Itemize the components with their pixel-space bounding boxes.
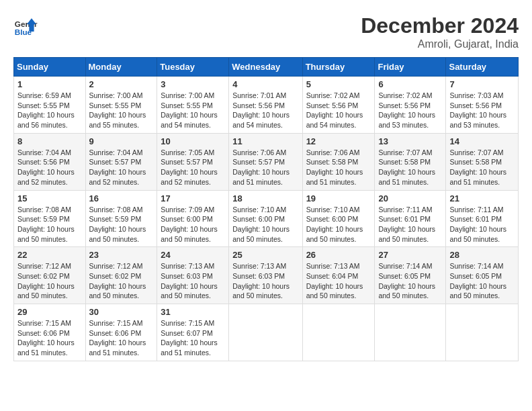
day-number: 18 [232, 193, 298, 203]
day-info: Sunrise: 6:59 AM Sunset: 5:55 PM Dayligh… [17, 91, 82, 130]
day-info: Sunrise: 7:15 AM Sunset: 6:07 PM Dayligh… [161, 318, 225, 358]
day-number: 24 [161, 250, 225, 260]
day-number: 5 [306, 79, 371, 89]
day-number: 23 [89, 250, 154, 260]
calendar-cell: 3Sunrise: 7:00 AM Sunset: 5:55 PM Daylig… [157, 77, 229, 134]
calendar-title: December 2024 [361, 13, 519, 38]
day-info: Sunrise: 7:12 AM Sunset: 6:02 PM Dayligh… [89, 261, 154, 301]
calendar-cell: 22Sunrise: 7:12 AM Sunset: 6:02 PM Dayli… [14, 247, 86, 304]
day-number: 9 [89, 136, 154, 146]
page-header: General Blue December 2024 Amroli, Gujar… [13, 13, 519, 50]
calendar-cell: 20Sunrise: 7:11 AM Sunset: 6:01 PM Dayli… [375, 190, 446, 247]
day-info: Sunrise: 7:09 AM Sunset: 6:00 PM Dayligh… [161, 205, 225, 244]
header-thursday: Thursday [302, 58, 375, 77]
header-wednesday: Wednesday [229, 58, 302, 77]
day-number: 16 [89, 193, 154, 203]
day-number: 31 [161, 307, 225, 317]
day-number: 19 [306, 193, 371, 203]
day-info: Sunrise: 7:14 AM Sunset: 6:05 PM Dayligh… [378, 261, 442, 301]
header-friday: Friday [375, 58, 446, 77]
header-monday: Monday [85, 58, 157, 77]
day-info: Sunrise: 7:14 AM Sunset: 6:05 PM Dayligh… [449, 261, 515, 301]
calendar-subtitle: Amroli, Gujarat, India [361, 38, 519, 50]
header-sunday: Sunday [14, 58, 86, 77]
day-info: Sunrise: 7:03 AM Sunset: 5:56 PM Dayligh… [449, 91, 515, 130]
day-info: Sunrise: 7:07 AM Sunset: 5:58 PM Dayligh… [449, 148, 515, 187]
calendar-week-row: 22Sunrise: 7:12 AM Sunset: 6:02 PM Dayli… [14, 247, 519, 304]
calendar-week-row: 15Sunrise: 7:08 AM Sunset: 5:59 PM Dayli… [14, 190, 519, 247]
calendar-week-row: 1Sunrise: 6:59 AM Sunset: 5:55 PM Daylig… [14, 77, 519, 134]
day-info: Sunrise: 7:13 AM Sunset: 6:03 PM Dayligh… [232, 261, 298, 301]
calendar-cell: 7Sunrise: 7:03 AM Sunset: 5:56 PM Daylig… [446, 77, 519, 134]
day-info: Sunrise: 7:11 AM Sunset: 6:01 PM Dayligh… [449, 205, 515, 244]
calendar-cell: 26Sunrise: 7:13 AM Sunset: 6:04 PM Dayli… [302, 247, 375, 304]
day-number: 3 [161, 79, 225, 89]
calendar-week-row: 8Sunrise: 7:04 AM Sunset: 5:56 PM Daylig… [14, 133, 519, 190]
day-number: 25 [232, 250, 298, 260]
day-info: Sunrise: 7:00 AM Sunset: 5:55 PM Dayligh… [161, 91, 225, 130]
day-info: Sunrise: 7:07 AM Sunset: 5:58 PM Dayligh… [378, 148, 442, 187]
calendar-cell-empty [302, 304, 375, 361]
calendar-cell: 17Sunrise: 7:09 AM Sunset: 6:00 PM Dayli… [157, 190, 229, 247]
day-number: 30 [89, 307, 154, 317]
calendar-table: Sunday Monday Tuesday Wednesday Thursday… [13, 57, 519, 361]
day-info: Sunrise: 7:05 AM Sunset: 5:57 PM Dayligh… [161, 148, 225, 187]
calendar-cell: 8Sunrise: 7:04 AM Sunset: 5:56 PM Daylig… [14, 133, 86, 190]
day-number: 26 [306, 250, 371, 260]
calendar-cell: 23Sunrise: 7:12 AM Sunset: 6:02 PM Dayli… [85, 247, 157, 304]
calendar-cell: 15Sunrise: 7:08 AM Sunset: 5:59 PM Dayli… [14, 190, 86, 247]
title-block: December 2024 Amroli, Gujarat, India [361, 13, 519, 50]
logo: General Blue [13, 13, 38, 38]
day-info: Sunrise: 7:15 AM Sunset: 6:06 PM Dayligh… [17, 318, 82, 358]
day-number: 17 [161, 193, 225, 203]
calendar-cell: 9Sunrise: 7:04 AM Sunset: 5:57 PM Daylig… [85, 133, 157, 190]
day-info: Sunrise: 7:04 AM Sunset: 5:57 PM Dayligh… [89, 148, 154, 187]
calendar-cell: 21Sunrise: 7:11 AM Sunset: 6:01 PM Dayli… [446, 190, 519, 247]
calendar-cell: 31Sunrise: 7:15 AM Sunset: 6:07 PM Dayli… [157, 304, 229, 361]
calendar-cell: 1Sunrise: 6:59 AM Sunset: 5:55 PM Daylig… [14, 77, 86, 134]
day-info: Sunrise: 7:12 AM Sunset: 6:02 PM Dayligh… [17, 261, 82, 301]
day-info: Sunrise: 7:13 AM Sunset: 6:04 PM Dayligh… [306, 261, 371, 301]
calendar-cell: 14Sunrise: 7:07 AM Sunset: 5:58 PM Dayli… [446, 133, 519, 190]
calendar-cell-empty [375, 304, 446, 361]
day-info: Sunrise: 7:04 AM Sunset: 5:56 PM Dayligh… [17, 148, 82, 187]
day-info: Sunrise: 7:06 AM Sunset: 5:58 PM Dayligh… [306, 148, 371, 187]
day-number: 22 [17, 250, 82, 260]
calendar-body: 1Sunrise: 6:59 AM Sunset: 5:55 PM Daylig… [14, 77, 519, 361]
day-number: 2 [89, 79, 154, 89]
day-number: 13 [378, 136, 442, 146]
day-number: 4 [232, 79, 298, 89]
calendar-cell: 29Sunrise: 7:15 AM Sunset: 6:06 PM Dayli… [14, 304, 86, 361]
day-number: 28 [449, 250, 515, 260]
day-number: 20 [378, 193, 442, 203]
day-number: 1 [17, 79, 82, 89]
calendar-cell: 18Sunrise: 7:10 AM Sunset: 6:00 PM Dayli… [229, 190, 302, 247]
calendar-cell: 13Sunrise: 7:07 AM Sunset: 5:58 PM Dayli… [375, 133, 446, 190]
calendar-cell: 12Sunrise: 7:06 AM Sunset: 5:58 PM Dayli… [302, 133, 375, 190]
calendar-cell: 11Sunrise: 7:06 AM Sunset: 5:57 PM Dayli… [229, 133, 302, 190]
logo-icon: General Blue [13, 13, 38, 38]
day-number: 29 [17, 307, 82, 317]
day-number: 15 [17, 193, 82, 203]
calendar-header-row: Sunday Monday Tuesday Wednesday Thursday… [14, 58, 519, 77]
calendar-cell: 10Sunrise: 7:05 AM Sunset: 5:57 PM Dayli… [157, 133, 229, 190]
day-info: Sunrise: 7:13 AM Sunset: 6:03 PM Dayligh… [161, 261, 225, 301]
day-number: 14 [449, 136, 515, 146]
calendar-cell: 16Sunrise: 7:08 AM Sunset: 5:59 PM Dayli… [85, 190, 157, 247]
day-info: Sunrise: 7:08 AM Sunset: 5:59 PM Dayligh… [17, 205, 82, 244]
day-info: Sunrise: 7:08 AM Sunset: 5:59 PM Dayligh… [89, 205, 154, 244]
calendar-cell: 5Sunrise: 7:02 AM Sunset: 5:56 PM Daylig… [302, 77, 375, 134]
day-number: 6 [378, 79, 442, 89]
calendar-cell: 19Sunrise: 7:10 AM Sunset: 6:00 PM Dayli… [302, 190, 375, 247]
calendar-cell: 30Sunrise: 7:15 AM Sunset: 6:06 PM Dayli… [85, 304, 157, 361]
calendar-cell: 27Sunrise: 7:14 AM Sunset: 6:05 PM Dayli… [375, 247, 446, 304]
calendar-week-row: 29Sunrise: 7:15 AM Sunset: 6:06 PM Dayli… [14, 304, 519, 361]
day-number: 12 [306, 136, 371, 146]
day-number: 7 [449, 79, 515, 89]
calendar-cell: 4Sunrise: 7:01 AM Sunset: 5:56 PM Daylig… [229, 77, 302, 134]
calendar-cell: 2Sunrise: 7:00 AM Sunset: 5:55 PM Daylig… [85, 77, 157, 134]
day-number: 11 [232, 136, 298, 146]
calendar-cell-empty [446, 304, 519, 361]
day-info: Sunrise: 7:00 AM Sunset: 5:55 PM Dayligh… [89, 91, 154, 130]
day-info: Sunrise: 7:06 AM Sunset: 5:57 PM Dayligh… [232, 148, 298, 187]
